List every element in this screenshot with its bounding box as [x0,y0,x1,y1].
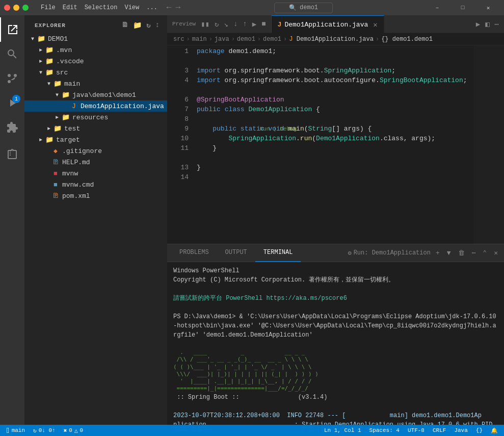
tree-label-java: java\demo1\demo1 [72,91,136,99]
breadcrumb-src[interactable]: src [173,36,184,43]
breadcrumb-demo1-1[interactable]: demo1 [237,36,255,43]
activity-bar: 1 [0,15,24,425]
close-button[interactable]: ✕ [476,0,500,15]
terminal-split-dropdown[interactable]: ▼ [445,248,453,258]
tree-item-target[interactable]: ► 📁 target [24,134,167,145]
tab-terminal[interactable]: TERMINAL [255,244,301,262]
activity-test[interactable] [0,142,24,166]
activity-run[interactable]: 1 [0,91,24,115]
pause-icon[interactable]: ▮▮ [200,19,210,30]
tree-label-resources: resources [72,114,108,121]
tab-demo1app[interactable]: J Demo1Application.java ✕ [272,15,384,33]
activity-search[interactable] [0,42,24,66]
tree-item-mvnwcmd[interactable]: ► ■ mvnw.cmd [24,179,167,190]
tab-output[interactable]: OUTPUT [217,244,255,262]
tree-root-demo1[interactable]: ▼ 📁 DEMO1 [24,33,167,44]
tree-label-help: HELP.md [62,159,90,166]
status-encoding[interactable]: UTF-8 [406,427,427,433]
tree-item-help[interactable]: ► 🖹 HELP.md [24,157,167,168]
tab-close-demo1app[interactable]: ✕ [373,20,377,29]
expand-icon[interactable]: ⌃ [481,248,489,258]
tree-item-vscode[interactable]: ► 📁 .vscode [24,56,167,67]
step-over-icon[interactable]: ↘ [223,19,229,30]
preview-icon[interactable]: Preview [171,20,197,28]
terminal-line-info2: plication : Starting Demo1Application us… [173,420,498,425]
tree-item-java[interactable]: ▼ 📁 java\demo1\demo1 [24,89,167,100]
status-spaces[interactable]: Spaces: 4 [367,427,402,433]
code-editor[interactable]: 1 3 4 6 7 8 9 10 11 13 14 package de [167,45,504,244]
tree-arrow-resources: ► [53,115,61,120]
tree-item-demo1app[interactable]: ► J Demo1Application.java [24,100,167,112]
minimize-button[interactable]: – [426,0,449,15]
tree-label-demo1: DEMO1 [48,35,68,43]
new-folder-icon[interactable]: 📁 [132,20,143,31]
terminal-line-empty3 [173,340,498,349]
menu-view[interactable]: View [124,4,139,11]
code-line-5 [197,85,469,95]
breadcrumb-demo1-2[interactable]: demo1 [263,36,281,43]
tab-problems[interactable]: PROBLEMS [171,244,217,262]
tab-java-icon: J [278,21,282,29]
breadcrumb-java[interactable]: java [215,36,229,43]
code-line-7: public class Demo1Application { [197,105,469,114]
status-errors[interactable]: ✖ 0 △ 0 [62,427,85,434]
spring-ascii-art: . ____ _ __ _ _ /\\ / ___'_ __ _ _(_)_ _… [173,349,498,393]
tree-arrow-main: ▼ [45,81,53,87]
run-split-icon[interactable]: ▶ [475,19,481,30]
status-bell[interactable]: 🔔 [489,427,500,434]
tree-item-main[interactable]: ▼ 📁 main [24,78,167,89]
new-file-icon[interactable]: 🗎 [120,20,130,31]
tree-item-test[interactable]: ► 📁 test [24,123,167,134]
tree-label-gitignore: .gitignore [62,147,102,155]
split-icon[interactable]: ◧ [484,19,490,30]
status-bar: ⌷ main ↻ 0↓ 0↑ ✖ 0 △ 0 Ln 1, Col 1 Space… [0,425,504,436]
tree-item-pom[interactable]: ► 🖹 pom.xml [24,190,167,201]
md-icon: 🖹 [51,159,60,166]
status-layout[interactable]: {} [474,427,485,433]
menu-file[interactable]: File [41,4,56,11]
nav-forward[interactable]: → [174,3,181,12]
more-terminal-icon[interactable]: ⋯ [470,248,478,258]
status-branch[interactable]: ⌷ main [4,427,27,434]
tree-label-mvn: .mvn [56,46,72,54]
run-label[interactable]: ⚙ Run: Demo1Application [348,249,430,257]
terminal-content[interactable]: Windows PowerShell Copyright (C) Microso… [167,262,504,425]
tree-item-resources[interactable]: ► 📁 resources [24,112,167,123]
menu-selection[interactable]: Selection [85,4,118,11]
tree-item-src[interactable]: ▼ 📁 src [24,67,167,78]
activity-explorer[interactable] [0,17,24,42]
activity-extensions[interactable] [0,115,24,140]
more-icon[interactable]: ⋯ [494,19,500,30]
breadcrumb-main[interactable]: main [192,36,207,43]
step-into-icon[interactable]: ↓ [232,19,238,29]
maximize-button[interactable]: □ [451,0,474,15]
restart-icon[interactable]: ↻ [214,19,220,30]
add-terminal-icon[interactable]: + [434,248,442,258]
tree-item-gitignore[interactable]: ► ◆ .gitignore [24,145,167,157]
tree-item-mvn[interactable]: ► 📁 .mvn [24,44,167,56]
run-badge: 1 [12,95,20,103]
code-content[interactable]: package demo1.demo1; import org.springfr… [193,45,473,244]
sidebar: EXPLORER 🗎 📁 ↻ ↕ ▼ 📁 DEMO1 ► 📁 .mvn [24,15,167,425]
continue-icon[interactable]: ▶ [251,19,257,30]
tree-item-mvnw[interactable]: ► ■ mvnw [24,168,167,179]
status-line-col[interactable]: Ln 1, Col 1 [322,427,363,433]
breadcrumb-file[interactable]: J Demo1Application.java [289,36,374,43]
refresh-icon[interactable]: ↻ [145,20,152,31]
status-sync[interactable]: ↻ 0↓ 0↑ [31,427,58,434]
stop-icon[interactable]: ■ [260,19,267,29]
breadcrumb-class[interactable]: {} demo1.demo1 [381,36,433,43]
step-out-icon[interactable]: ↑ [242,19,248,29]
breadcrumb: src › main › java › demo1 › demo1 › J De… [167,33,504,45]
collapse-icon[interactable]: ↕ [154,20,161,31]
activity-source-control[interactable] [0,66,24,91]
status-eol[interactable]: CRLF [431,427,448,433]
search-bar[interactable]: 🔍 demo1 [274,3,333,13]
close-panel-icon[interactable]: ✕ [492,248,500,258]
menu-edit[interactable]: Edit [63,4,77,11]
nav-back[interactable]: ← [166,3,173,12]
menu-more[interactable]: ... [146,4,157,11]
trash-icon[interactable]: 🗑 [456,248,467,258]
status-language[interactable]: Java [452,427,469,433]
java-file-icon: J [69,102,78,110]
